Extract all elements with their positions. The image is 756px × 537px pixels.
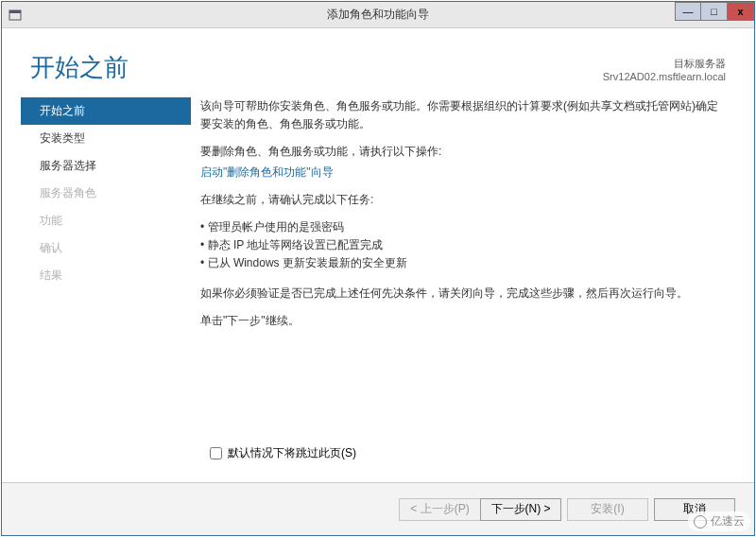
app-icon (8, 8, 23, 23)
wizard-steps-sidebar: 开始之前 安装类型 服务器选择 服务器角色 功能 确认 结果 (21, 94, 191, 453)
continue-text: 单击"下一步"继续。 (200, 312, 726, 330)
header: 开始之前 目标服务器 Srv12AD02.msftlearn.local (2, 28, 754, 94)
next-button[interactable]: 下一步(N) > (480, 498, 561, 521)
svg-rect-1 (9, 10, 21, 13)
watermark-text: 亿速云 (711, 513, 745, 529)
content-area: 该向导可帮助你安装角色、角色服务或功能。你需要根据组织的计算要求(例如共享文档或… (191, 94, 735, 453)
skip-page-checkbox[interactable] (210, 447, 222, 459)
step-before-you-begin[interactable]: 开始之前 (21, 97, 191, 125)
watermark: 亿速云 (688, 511, 750, 531)
step-features: 功能 (21, 207, 191, 234)
remove-prompt: 要删除角色、角色服务或功能，请执行以下操作: (200, 143, 726, 161)
install-button: 安装(I) (567, 498, 648, 521)
titlebar: 添加角色和功能向导 — □ x (2, 2, 754, 28)
target-server-name: Srv12AD02.msftlearn.local (603, 71, 726, 82)
prereq-item: 已从 Windows 更新安装最新的安全更新 (200, 254, 726, 272)
close-button[interactable]: x (728, 2, 754, 21)
target-server-info: 目标服务器 Srv12AD02.msftlearn.local (603, 57, 726, 82)
previous-button: < 上一步(P) (399, 498, 480, 521)
skip-page-row: 默认情况下将跳过此页(S) (210, 445, 356, 461)
confirm-prompt: 在继续之前，请确认完成以下任务: (200, 191, 726, 209)
remove-roles-link[interactable]: 启动"删除角色和功能"向导 (200, 164, 726, 182)
nav-button-group: < 上一步(P) 下一步(N) > (399, 498, 561, 521)
step-server-roles: 服务器角色 (21, 180, 191, 207)
minimize-button[interactable]: — (675, 2, 701, 21)
skip-page-label: 默认情况下将跳过此页(S) (228, 445, 356, 461)
step-results: 结果 (21, 262, 191, 289)
wizard-footer: < 上一步(P) 下一步(N) > 安装(I) 取消 (2, 482, 754, 535)
prerequisite-list: 管理员帐户使用的是强密码 静态 IP 地址等网络设置已配置完成 已从 Windo… (200, 218, 726, 273)
step-installation-type[interactable]: 安装类型 (21, 125, 191, 152)
prereq-item: 管理员帐户使用的是强密码 (200, 218, 726, 236)
window-title: 添加角色和功能向导 (327, 7, 429, 23)
intro-text: 该向导可帮助你安装角色、角色服务或功能。你需要根据组织的计算要求(例如共享文档或… (200, 97, 726, 133)
step-server-selection[interactable]: 服务器选择 (21, 152, 191, 180)
target-server-label: 目标服务器 (603, 57, 726, 71)
body: 开始之前 安装类型 服务器选择 服务器角色 功能 确认 结果 该向导可帮助你安装… (2, 94, 754, 453)
step-confirmation: 确认 (21, 234, 191, 262)
maximize-button[interactable]: □ (701, 2, 728, 21)
watermark-icon (694, 515, 707, 528)
window-controls: — □ x (675, 2, 754, 21)
verify-text: 如果你必须验证是否已完成上述任何先决条件，请关闭向导，完成这些步骤，然后再次运行… (200, 285, 726, 303)
prereq-item: 静态 IP 地址等网络设置已配置完成 (200, 236, 726, 254)
